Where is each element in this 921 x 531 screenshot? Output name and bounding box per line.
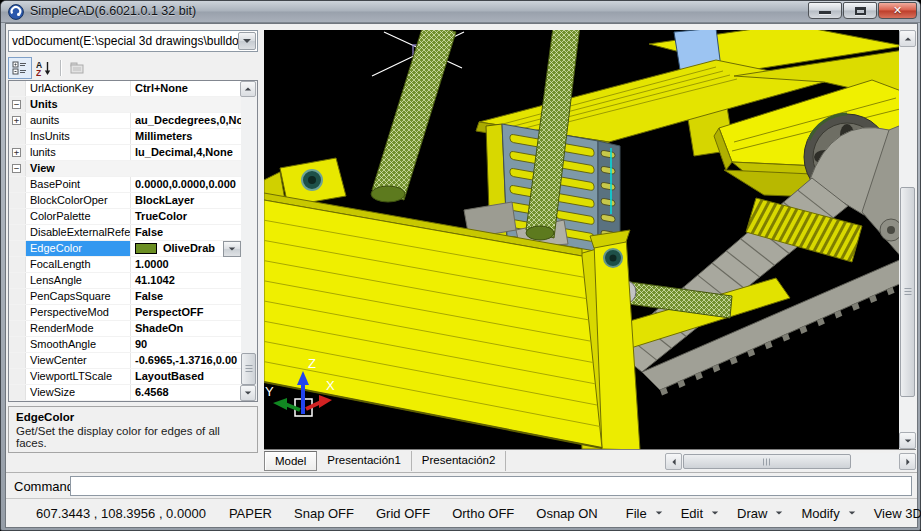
property-row-PerspectiveMod[interactable]: PerspectiveModPerspectOFF [9, 305, 241, 321]
property-value[interactable]: False [130, 225, 241, 240]
category-row-View[interactable]: −View [9, 161, 241, 177]
menu-edit[interactable]: Edit [672, 506, 728, 521]
arrow-down-icon [904, 439, 910, 442]
scroll-left-button[interactable] [665, 453, 682, 470]
scrollbar-thumb[interactable] [241, 353, 256, 385]
value-text: 6.4568 [135, 385, 169, 400]
menu-view-3d[interactable]: View 3D [865, 506, 921, 521]
close-icon: ✕ [893, 5, 902, 16]
property-row-UrlActionKey[interactable]: UrlActionKeyCtrl+None [9, 81, 241, 97]
property-value[interactable]: 41.1042 [130, 273, 241, 288]
collapse-box-icon[interactable]: − [12, 164, 21, 173]
title-bar[interactable]: SimpleCAD(6.6021.0.1 32 bit) ✕ [1, 1, 920, 23]
property-pages-button[interactable] [65, 57, 89, 79]
row-margin: + [9, 113, 26, 128]
property-value[interactable]: ShadeOn [130, 321, 241, 336]
toggle-osnap-on[interactable]: Osnap ON [525, 506, 608, 521]
tab-model[interactable]: Model [264, 451, 317, 471]
property-value[interactable]: lu_Decimal,4,None [130, 145, 241, 160]
property-row-BasePoint[interactable]: BasePoint0.0000,0.0000,0.000 [9, 177, 241, 193]
tab-presentación2[interactable]: Presentación2 [412, 451, 507, 471]
scrollbar-thumb[interactable] [900, 187, 915, 397]
property-name: ViewportLTScale [26, 369, 130, 384]
property-row-ViewSize[interactable]: ViewSize6.4568 [9, 385, 241, 401]
tab-presentación1[interactable]: Presentación1 [317, 451, 412, 471]
viewport-vscrollbar[interactable] [899, 30, 916, 449]
property-row-PenCapsSquare[interactable]: PenCapsSquareFalse [9, 289, 241, 305]
scroll-up-button[interactable] [899, 30, 916, 47]
property-value[interactable]: 90 [130, 337, 241, 352]
property-name: ViewSize [26, 385, 130, 400]
property-row-EdgeColor[interactable]: EdgeColorOliveDrab [9, 241, 241, 257]
scroll-down-button[interactable] [899, 432, 916, 449]
viewport-hscrollbar[interactable] [665, 453, 916, 470]
toggle-grid-off[interactable]: Grid OFF [365, 506, 441, 521]
expand-box-icon[interactable]: + [12, 116, 21, 125]
menu-label: File [626, 506, 647, 521]
property-value[interactable]: Millimeters [130, 129, 241, 144]
color-swatch [135, 243, 157, 254]
category-row-Units[interactable]: −Units [9, 97, 241, 113]
property-value[interactable]: 0.0000,0.0000,0.000 [130, 177, 241, 192]
toggle-ortho-off[interactable]: Ortho OFF [441, 506, 525, 521]
close-button[interactable]: ✕ [878, 2, 917, 19]
property-row-lunits[interactable]: +lunitslu_Decimal,4,None [9, 145, 241, 161]
value-text: BlockLayer [135, 193, 194, 208]
property-value[interactable]: BlockLayer [130, 193, 241, 208]
property-value[interactable]: LayoutBased [130, 369, 241, 384]
property-value[interactable]: -0.6965,-1.3716,0.00 [130, 353, 241, 368]
property-grid: UrlActionKeyCtrl+None−Units+aunitsau_Dec… [8, 80, 258, 402]
maximize-button[interactable] [843, 2, 877, 19]
menu-file[interactable]: File [617, 506, 672, 521]
property-row-LensAngle[interactable]: LensAngle41.1042 [9, 273, 241, 289]
row-margin [9, 225, 26, 240]
property-value[interactable]: PerspectOFF [130, 305, 241, 320]
scroll-right-button[interactable] [899, 453, 916, 470]
property-row-BlockColorOper[interactable]: BlockColorOperBlockLayer [9, 193, 241, 209]
value-dropdown-button[interactable] [223, 241, 241, 257]
scrollbar-thumb[interactable] [683, 454, 851, 469]
command-input[interactable] [70, 476, 912, 496]
combo-dropdown-button[interactable] [238, 32, 256, 50]
chevron-down-icon [655, 511, 661, 514]
menu-draw[interactable]: Draw [728, 506, 792, 521]
menu-label: View 3D [874, 506, 921, 521]
property-value[interactable]: Ctrl+None [130, 81, 241, 96]
property-name: UrlActionKey [26, 81, 130, 96]
property-value[interactable]: au_Decdegrees,0,No [130, 113, 241, 128]
viewport-canvas[interactable]: Z X Y [264, 30, 899, 449]
property-row-ViewCenter[interactable]: ViewCenter-0.6965,-1.3716,0.00 [9, 353, 241, 369]
property-row-RenderMode[interactable]: RenderModeShadeOn [9, 321, 241, 337]
property-row-aunits[interactable]: +aunitsau_Decdegrees,0,No [9, 113, 241, 129]
row-margin [9, 305, 26, 320]
expand-box-icon[interactable]: + [12, 148, 21, 157]
document-combobox[interactable]: vdDocument(E:\special 3d drawings\bulldo… [8, 30, 258, 52]
propertygrid-vscrollbar[interactable] [241, 81, 257, 401]
property-row-ViewportLTScale[interactable]: ViewportLTScaleLayoutBased [9, 369, 241, 385]
toggle-snap-off[interactable]: Snap OFF [283, 506, 365, 521]
property-row-FocalLength[interactable]: FocalLength1.0000 [9, 257, 241, 273]
property-row-SmoothAngle[interactable]: SmoothAngle90 [9, 337, 241, 353]
property-value[interactable]: TrueColor [130, 209, 241, 224]
scroll-up-button[interactable] [240, 81, 256, 97]
property-row-DisableExternalRefe[interactable]: DisableExternalRefeFalse [9, 225, 241, 241]
arrow-down-icon [245, 391, 251, 394]
alphabetical-sort-button[interactable]: A Z [32, 57, 56, 79]
property-value[interactable]: 6.4568 [130, 385, 241, 400]
scroll-down-button[interactable] [240, 385, 256, 401]
property-value[interactable]: 1.0000 [130, 257, 241, 272]
categorized-button[interactable] [8, 57, 32, 79]
command-bar: Command: [6, 472, 917, 498]
document-combobox-value: vdDocument(E:\special 3d drawings\bulldo… [9, 34, 238, 48]
collapse-box-icon[interactable]: − [12, 100, 21, 109]
property-row-ColorPalette[interactable]: ColorPaletteTrueColor [9, 209, 241, 225]
minimize-button[interactable] [808, 2, 842, 19]
property-row-InsUnits[interactable]: InsUnitsMillimeters [9, 129, 241, 145]
property-value[interactable]: False [130, 289, 241, 304]
arrow-up-icon [904, 37, 910, 40]
value-text: au_Decdegrees,0,No [135, 113, 241, 128]
menu-modify[interactable]: Modify [792, 506, 864, 521]
window-title: SimpleCAD(6.6021.0.1 32 bit) [30, 4, 196, 18]
thumb-grip [904, 288, 911, 296]
toggle-paper[interactable]: PAPER [218, 506, 283, 521]
